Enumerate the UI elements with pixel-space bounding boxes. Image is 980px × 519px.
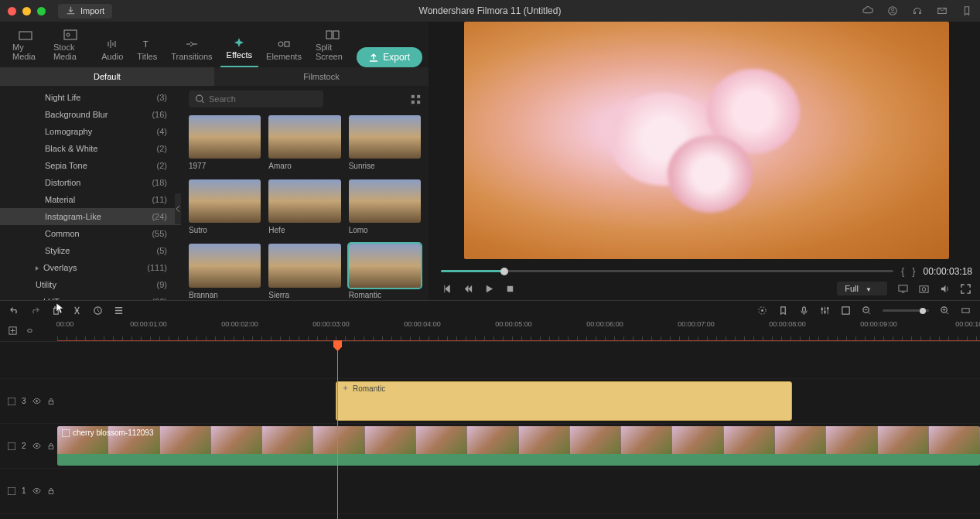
step-back-button[interactable] (463, 284, 473, 294)
volume-icon[interactable] (940, 284, 950, 294)
lock-icon[interactable] (47, 487, 55, 495)
mail-icon[interactable] (937, 5, 948, 16)
category-item[interactable]: Black & White(2) (0, 140, 181, 157)
category-item-utility[interactable]: Utility(9) (0, 276, 181, 293)
effect-card[interactable]: Sierra (268, 244, 340, 299)
effects-grid[interactable]: 1977 Amaro Sunrise Sutro Hefe Lomo Brann… (181, 112, 429, 300)
tab-stock-media[interactable]: Stock Media (47, 26, 94, 67)
preview-panel: { } 00:00:03:18 Full ▼ (429, 22, 980, 300)
tab-effects[interactable]: Effects (220, 34, 258, 67)
track-content-2[interactable]: cherry blossom-112093 (57, 424, 980, 468)
snapshot-icon[interactable] (919, 284, 929, 294)
stop-button[interactable] (505, 284, 515, 294)
effect-card[interactable]: Lomo (349, 179, 421, 234)
ruler-tick: 00:00:10: (955, 320, 980, 328)
category-item[interactable]: Lomography(4) (0, 123, 181, 140)
tab-transitions[interactable]: Transitions (165, 36, 218, 67)
category-item[interactable]: Distortion(18) (0, 174, 181, 191)
visibility-icon[interactable] (32, 487, 41, 495)
import-button[interactable]: Import (58, 4, 112, 19)
tab-elements[interactable]: Elements (260, 36, 308, 67)
preview-controls: Full ▼ (433, 277, 980, 300)
effect-clip[interactable]: Romantic (336, 381, 792, 421)
undo-button[interactable] (9, 306, 19, 316)
preview-viewport[interactable] (464, 22, 949, 259)
category-item[interactable]: Common(55) (0, 225, 181, 242)
playhead[interactable] (337, 342, 338, 519)
scrub-track[interactable] (441, 270, 893, 272)
zoom-slider-thumb[interactable] (920, 308, 926, 314)
category-item[interactable]: Night Life(3) (0, 89, 181, 106)
minimize-window-button[interactable] (22, 7, 31, 15)
menu-icon[interactable] (114, 306, 124, 316)
clip-label: Romantic (353, 384, 385, 393)
effect-card[interactable]: Amaro (268, 115, 340, 170)
tab-my-media[interactable]: My Media (6, 26, 46, 67)
cloud-icon[interactable] (862, 5, 873, 16)
render-icon[interactable] (757, 306, 767, 316)
account-icon[interactable] (887, 5, 898, 16)
bookmark-icon[interactable] (961, 5, 972, 16)
category-item[interactable]: Stylize(5) (0, 242, 181, 259)
video-clip[interactable]: cherry blossom-112093 (57, 426, 980, 466)
speed-button[interactable] (93, 306, 103, 316)
lock-icon[interactable] (47, 398, 55, 405)
zoom-slider[interactable] (883, 309, 929, 312)
track-content-3[interactable]: Romantic (57, 379, 980, 423)
tab-audio[interactable]: Audio (95, 36, 129, 67)
effect-card-selected[interactable]: Romantic (349, 244, 421, 299)
grid-view-icon[interactable] (411, 94, 421, 104)
fit-timeline-icon[interactable] (961, 306, 971, 316)
close-window-button[interactable] (8, 7, 16, 15)
zoom-out-icon[interactable] (862, 306, 872, 316)
maximize-window-button[interactable] (37, 7, 46, 15)
visibility-icon[interactable] (32, 442, 41, 450)
category-item-lut[interactable]: LUT(66) (0, 293, 181, 300)
svg-rect-13 (417, 94, 420, 97)
search-input[interactable] (189, 90, 323, 108)
marker-icon[interactable] (778, 306, 788, 316)
effect-card[interactable]: 1977 (189, 115, 261, 170)
crop-icon[interactable] (841, 306, 851, 316)
tab-split-screen[interactable]: Split Screen (309, 26, 355, 67)
export-button[interactable]: Export (357, 47, 422, 67)
add-track-icon[interactable] (8, 326, 18, 336)
category-item-selected[interactable]: Instagram-Like(24) (0, 208, 181, 225)
record-voiceover-icon[interactable] (799, 306, 809, 316)
headphones-icon[interactable] (912, 5, 923, 16)
play-button[interactable] (484, 284, 494, 294)
category-item[interactable]: Material(11) (0, 191, 181, 208)
fullscreen-icon[interactable] (961, 284, 971, 294)
subtab-filmstock[interactable]: Filmstock (214, 67, 429, 86)
mark-in-button[interactable]: { (901, 265, 904, 277)
lock-icon[interactable] (47, 442, 55, 450)
collapse-sidebar-handle[interactable] (175, 193, 181, 224)
split-button[interactable] (72, 306, 82, 316)
mark-out-button[interactable]: } (912, 265, 915, 277)
category-list[interactable]: Night Life(3) Background Blur(16) Lomogr… (0, 86, 181, 300)
effect-card[interactable]: Hefe (268, 179, 340, 234)
redo-button[interactable] (30, 306, 40, 316)
quality-select[interactable]: Full ▼ (837, 282, 887, 295)
visibility-icon[interactable] (32, 397, 41, 405)
category-item[interactable]: Background Blur(16) (0, 106, 181, 123)
zoom-in-icon[interactable] (940, 306, 950, 316)
display-icon[interactable] (898, 284, 908, 294)
effect-card[interactable]: Brannan (189, 244, 261, 299)
track-content-spacer[interactable] (57, 342, 980, 378)
tab-titles[interactable]: TTitles (131, 36, 163, 67)
clip-label-row: cherry blossom-112093 (62, 429, 154, 437)
track-content-1[interactable] (57, 469, 980, 513)
effect-thumb (268, 179, 340, 223)
subtab-default[interactable]: Default (0, 67, 214, 86)
effect-card[interactable]: Sunrise (349, 115, 421, 170)
prev-frame-button[interactable] (442, 284, 452, 294)
category-item-overlays[interactable]: Overlays(111) (0, 259, 181, 276)
effect-card[interactable]: Sutro (189, 179, 261, 234)
svg-point-33 (36, 400, 37, 401)
category-item[interactable]: Sepia Tone(2) (0, 157, 181, 174)
scrub-thumb[interactable] (500, 268, 508, 275)
timeline-ruler[interactable]: 00:00 00:00:01:00 00:00:02:00 00:00:03:0… (57, 320, 980, 341)
link-icon[interactable] (24, 326, 34, 336)
mixer-icon[interactable] (820, 306, 830, 316)
